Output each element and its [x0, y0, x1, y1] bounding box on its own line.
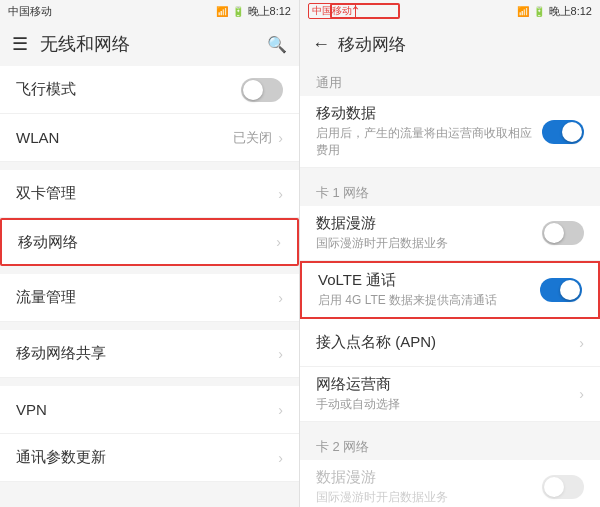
right-signal-icon: 📶 — [517, 6, 529, 17]
settings-item-dual-sim[interactable]: 双卡管理 › — [0, 170, 299, 218]
mobile-data-toggle[interactable] — [542, 120, 584, 144]
settings-item-flight[interactable]: 飞行模式 — [0, 66, 299, 114]
data-roaming-title: 数据漫游 — [316, 214, 542, 233]
divider-1 — [300, 168, 600, 176]
flight-toggle[interactable] — [241, 78, 283, 102]
divider-2 — [300, 422, 600, 430]
settings-item-mobile-network[interactable]: 移动网络 › — [0, 218, 299, 266]
traffic-label: 流量管理 — [16, 288, 76, 307]
mobile-hotspot-chevron: › — [278, 346, 283, 362]
left-page-title: 无线和网络 — [40, 32, 130, 56]
mobile-data-subtitle: 启用后，产生的流量将由运营商收取相应费用 — [316, 125, 542, 159]
apn-title: 接入点名称 (APN) — [316, 333, 579, 352]
settings-item-mobile-hotspot[interactable]: 移动网络共享 › — [0, 330, 299, 378]
menu-icon[interactable]: ☰ — [12, 33, 28, 55]
mobile-data-title: 移动数据 — [316, 104, 542, 123]
left-top-bar: ☰ 无线和网络 🔍 — [0, 22, 299, 66]
traffic-chevron: › — [278, 290, 283, 306]
right-item-carrier[interactable]: 网络运营商 手动或自动选择 › — [300, 367, 600, 422]
volte-subtitle: 启用 4G LTE 数据来提供高清通话 — [318, 292, 540, 309]
wlan-label: WLAN — [16, 129, 59, 146]
right-top-bar: ← 移动网络 — [300, 22, 600, 66]
settings-item-traffic[interactable]: 流量管理 › — [0, 274, 299, 322]
right-panel: 中国移动 📶 🔋 晚上8:12 ↑ ← 移动网络 通用 移动数据 启用后，产生的… — [300, 0, 600, 507]
volte-toggle[interactable] — [540, 278, 582, 302]
settings-item-vpn[interactable]: VPN › — [0, 386, 299, 434]
left-carrier: 中国移动 — [8, 4, 52, 19]
data-roaming-subtitle: 国际漫游时开启数据业务 — [316, 235, 542, 252]
right-item-apn[interactable]: 接入点名称 (APN) › — [300, 319, 600, 367]
right-item-data-roaming-2: 数据漫游 国际漫游时开启数据业务 — [300, 460, 600, 507]
data-roaming-toggle[interactable] — [542, 221, 584, 245]
right-item-data-roaming[interactable]: 数据漫游 国际漫游时开启数据业务 — [300, 206, 600, 261]
right-status-bar-wrapper: 中国移动 📶 🔋 晚上8:12 ↑ — [300, 0, 600, 22]
mobile-network-chevron: › — [276, 234, 281, 250]
mobile-hotspot-label: 移动网络共享 — [16, 344, 106, 363]
settings-list: 飞行模式 WLAN 已关闭 › 双卡管理 › 移动网络 › 流量管理 › — [0, 66, 299, 507]
comms-update-label: 通讯参数更新 — [16, 448, 106, 467]
left-panel: 中国移动 📶 🔋 晚上8:12 ☰ 无线和网络 🔍 飞行模式 WLAN — [0, 0, 300, 507]
mobile-network-label: 移动网络 — [18, 233, 78, 252]
carrier-highlight-box — [330, 3, 400, 19]
left-battery-icon: 🔋 — [232, 6, 244, 17]
volte-title: VoLTE 通话 — [318, 271, 540, 290]
carrier-chevron: › — [579, 386, 584, 402]
vpn-label: VPN — [16, 401, 47, 418]
wlan-value: 已关闭 — [233, 129, 272, 147]
section-header-sim1: 卡 1 网络 — [300, 176, 600, 206]
flight-label: 飞行模式 — [16, 80, 76, 99]
section-header-sim2: 卡 2 网络 — [300, 430, 600, 460]
data-roaming-2-subtitle: 国际漫游时开启数据业务 — [316, 489, 542, 506]
wlan-chevron: › — [278, 130, 283, 146]
right-battery-icon: 🔋 — [533, 6, 545, 17]
settings-item-wlan[interactable]: WLAN 已关闭 › — [0, 114, 299, 162]
right-item-volte[interactable]: VoLTE 通话 启用 4G LTE 数据来提供高清通话 — [300, 261, 600, 319]
right-item-mobile-data[interactable]: 移动数据 启用后，产生的流量将由运营商收取相应费用 — [300, 96, 600, 168]
left-status-bar: 中国移动 📶 🔋 晚上8:12 — [0, 0, 299, 22]
data-roaming-2-title: 数据漫游 — [316, 468, 542, 487]
vpn-chevron: › — [278, 402, 283, 418]
search-icon[interactable]: 🔍 — [267, 35, 287, 54]
right-time: 晚上8:12 — [549, 4, 592, 19]
back-button[interactable]: ← — [312, 34, 330, 55]
dual-sim-label: 双卡管理 — [16, 184, 76, 203]
comms-update-chevron: › — [278, 450, 283, 466]
right-content: 通用 移动数据 启用后，产生的流量将由运营商收取相应费用 卡 1 网络 数据漫游… — [300, 66, 600, 507]
right-page-title: 移动网络 — [338, 33, 406, 56]
carrier-title: 网络运营商 — [316, 375, 579, 394]
carrier-subtitle: 手动或自动选择 — [316, 396, 579, 413]
left-time: 晚上8:12 — [248, 4, 291, 19]
apn-chevron: › — [579, 335, 584, 351]
section-header-general: 通用 — [300, 66, 600, 96]
data-roaming-2-toggle — [542, 475, 584, 499]
dual-sim-chevron: › — [278, 186, 283, 202]
left-signal-icon: 📶 — [216, 6, 228, 17]
settings-item-comms-update[interactable]: 通讯参数更新 › — [0, 434, 299, 482]
